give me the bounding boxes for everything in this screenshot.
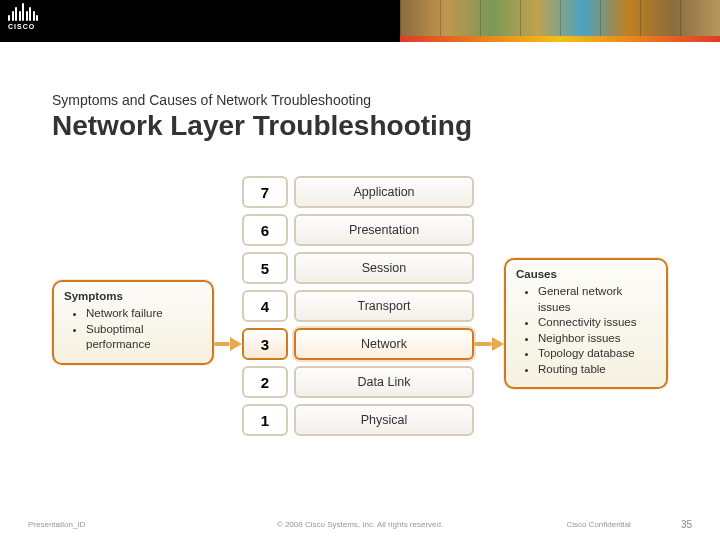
list-item: Routing table [538,362,656,378]
layer-num: 7 [242,176,288,208]
layer-3-highlighted: 3 Network [242,328,474,360]
photo-band-accent [400,36,720,42]
list-item: Neighbor issues [538,331,656,347]
list-item: Suboptimal performance [86,322,202,353]
layer-name: Network [294,328,474,360]
osi-stack: 7 Application 6 Presentation 5 Session 4… [242,176,474,442]
layer-4: 4 Transport [242,290,474,322]
layer-5: 5 Session [242,252,474,284]
layer-name: Transport [294,290,474,322]
layer-num: 1 [242,404,288,436]
slide-title: Network Layer Troubleshooting [52,110,668,142]
layer-num: 2 [242,366,288,398]
symptoms-list: Network failure Suboptimal performance [64,306,202,353]
list-item: General network issues [538,284,656,315]
cisco-logo-text: CISCO [8,23,35,30]
layer-name: Data Link [294,366,474,398]
symptoms-box: Symptoms Network failure Suboptimal perf… [52,280,214,365]
cisco-logo: CISCO [8,3,38,30]
slide-subtitle: Symptoms and Causes of Network Troublesh… [52,60,668,108]
layer-6: 6 Presentation [242,214,474,246]
causes-header: Causes [516,268,656,280]
layer-name: Physical [294,404,474,436]
layer-1: 1 Physical [242,404,474,436]
causes-box: Causes General network issues Connectivi… [504,258,668,389]
cisco-logo-bars [8,3,38,21]
layer-num: 6 [242,214,288,246]
layer-name: Session [294,252,474,284]
list-item: Network failure [86,306,202,322]
symptoms-header: Symptoms [64,290,202,302]
layer-2: 2 Data Link [242,366,474,398]
page-number: 35 [681,519,692,530]
footer: Presentation_ID © 2008 Cisco Systems, In… [0,519,720,530]
footer-copyright: © 2008 Cisco Systems, Inc. All rights re… [277,520,443,529]
footer-left: Presentation_ID [28,520,85,529]
layer-7: 7 Application [242,176,474,208]
footer-confidential: Cisco Confidential [566,520,630,529]
topbar: CISCO [0,0,720,42]
layer-num: 3 [242,328,288,360]
diagram: Symptoms Network failure Suboptimal perf… [52,172,668,482]
content-area: Symptoms and Causes of Network Troublesh… [0,42,720,482]
causes-list: General network issues Connectivity issu… [516,284,656,377]
layer-name: Presentation [294,214,474,246]
photo-band [400,0,720,36]
layer-name: Application [294,176,474,208]
layer-num: 5 [242,252,288,284]
list-item: Connectivity issues [538,315,656,331]
list-item: Topology database [538,346,656,362]
layer-num: 4 [242,290,288,322]
